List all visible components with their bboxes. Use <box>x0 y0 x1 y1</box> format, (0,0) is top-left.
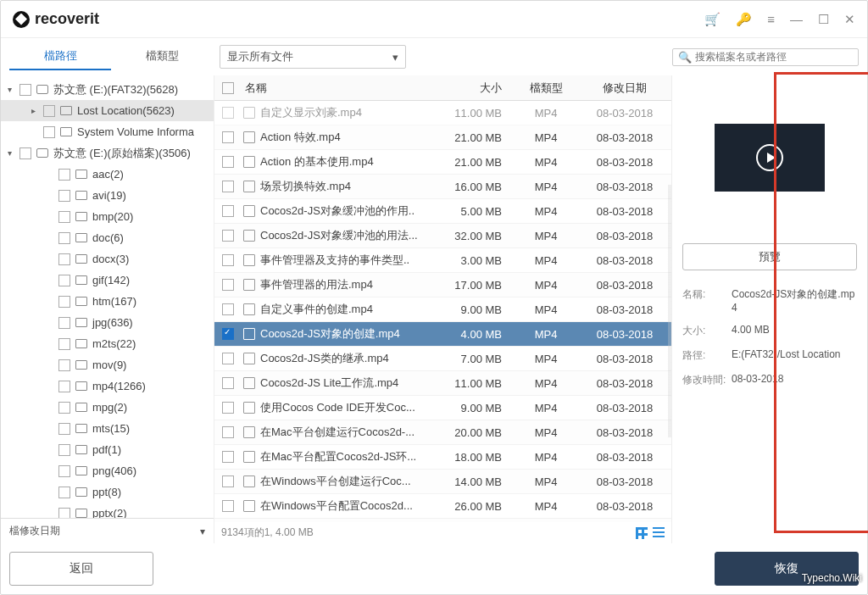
file-icon <box>243 205 255 217</box>
file-row[interactable]: 自定义显示刘豪.mp4 11.00 MB MP4 08-03-2018 <box>214 101 671 125</box>
select-all-checkbox[interactable] <box>222 82 234 94</box>
status-text: 9134項的1, 4.00 MB <box>221 525 314 540</box>
tree-item[interactable]: ▾苏文意 (E:)(FAT32)(5628) <box>1 79 214 100</box>
row-checkbox[interactable] <box>222 353 234 364</box>
file-row[interactable]: Cocos2d-JS Lite工作流.mp4 11.00 MB MP4 08-0… <box>214 371 671 396</box>
row-checkbox[interactable] <box>222 303 234 315</box>
row-checkbox[interactable] <box>222 205 234 217</box>
tree-item[interactable]: ppt(8) <box>1 481 214 503</box>
grid-view-icon[interactable] <box>636 527 648 539</box>
file-row[interactable]: Cocos2d-JS对象的创建.mp4 4.00 MB MP4 08-03-20… <box>214 322 671 347</box>
tree-item[interactable]: png(406) <box>1 460 214 481</box>
row-checkbox[interactable] <box>222 426 234 438</box>
row-checkbox[interactable] <box>222 279 234 291</box>
file-icon <box>243 303 255 315</box>
back-button[interactable]: 返回 <box>9 552 153 586</box>
tree-item[interactable]: avi(19) <box>1 185 214 206</box>
play-icon[interactable] <box>756 144 783 171</box>
tree-item[interactable]: mts(15) <box>1 418 214 439</box>
row-checkbox[interactable] <box>222 254 234 266</box>
col-date[interactable]: 修改日期 <box>578 81 671 96</box>
menu-icon[interactable]: ≡ <box>767 12 775 26</box>
row-checkbox[interactable] <box>222 181 234 192</box>
info-date: 08-03-2018 <box>732 373 857 387</box>
key-icon[interactable]: 🔑 <box>736 12 752 27</box>
tree-item[interactable]: ▸Lost Location(5623) <box>1 100 214 121</box>
file-row[interactable]: 事件管理器及支持的事件类型.. 3.00 MB MP4 08-03-2018 <box>214 248 671 273</box>
search-input[interactable] <box>695 51 853 63</box>
file-icon <box>243 402 255 414</box>
file-row[interactable]: 在Windows平台配置Cocos2d... 26.00 MB MP4 08-0… <box>214 494 671 519</box>
tab-type[interactable]: 檔類型 <box>111 43 213 70</box>
info-name: Cocos2d-JS对象的创建.mp4 <box>732 287 857 314</box>
file-icon <box>243 377 255 389</box>
tree-item[interactable]: pptx(2) <box>1 503 214 518</box>
app-logo: recoverit <box>13 10 99 28</box>
file-row[interactable]: Cocos2d-JS对象缓冲池的用法... 32.00 MB MP4 08-03… <box>214 224 671 248</box>
row-checkbox[interactable] <box>222 328 234 340</box>
tree-item[interactable]: mp4(1266) <box>1 375 214 397</box>
filter-dropdown[interactable]: 显示所有文件 ▾ <box>220 45 406 69</box>
tree-item[interactable]: gif(142) <box>1 270 214 291</box>
file-row[interactable]: 自定义事件的创建.mp4 9.00 MB MP4 08-03-2018 <box>214 298 671 322</box>
col-name[interactable]: 名稱 <box>242 81 437 96</box>
file-icon <box>243 279 255 291</box>
row-checkbox[interactable] <box>222 230 234 242</box>
tree-item[interactable]: System Volume Informa <box>1 121 214 142</box>
row-checkbox[interactable] <box>222 475 234 487</box>
row-checkbox[interactable] <box>222 377 234 389</box>
file-row[interactable]: 场景切换特效.mp4 16.00 MB MP4 08-03-2018 <box>214 175 671 199</box>
file-row[interactable]: 事件管理器的用法.mp4 17.00 MB MP4 08-03-2018 <box>214 273 671 298</box>
tab-path[interactable]: 檔路徑 <box>9 43 111 70</box>
file-row[interactable]: Cocos2d-JS类的继承.mp4 7.00 MB MP4 08-03-201… <box>214 347 671 371</box>
file-icon <box>243 500 255 512</box>
col-type[interactable]: 檔類型 <box>514 81 578 96</box>
file-row[interactable]: Action 特效.mp4 21.00 MB MP4 08-03-2018 <box>214 125 671 150</box>
file-icon <box>243 107 255 119</box>
tree-item[interactable]: m2ts(22) <box>1 333 214 354</box>
file-row[interactable]: 在Windows平台创建运行Coc... 14.00 MB MP4 08-03-… <box>214 470 671 494</box>
folder-tree[interactable]: ▾苏文意 (E:)(FAT32)(5628)▸Lost Location(562… <box>1 75 214 518</box>
recover-button[interactable]: 恢復 <box>715 552 859 586</box>
row-checkbox[interactable] <box>222 156 234 168</box>
titlebar: recoverit 🛒 🔑 ≡ — ☐ ✕ <box>1 1 867 38</box>
tree-item[interactable]: htm(167) <box>1 291 214 312</box>
file-row[interactable]: 在Mac平台创建运行Cocos2d-... 20.00 MB MP4 08-03… <box>214 420 671 445</box>
tree-item[interactable]: docx(3) <box>1 248 214 270</box>
row-checkbox[interactable] <box>222 131 234 143</box>
list-view-icon[interactable] <box>653 527 665 539</box>
file-icon <box>243 254 255 266</box>
close-icon[interactable]: ✕ <box>844 12 855 27</box>
tree-item[interactable]: doc(6) <box>1 227 214 248</box>
file-row[interactable]: 将Cocos2d-JS项目编译成And... 23.00 MB MP4 08-0… <box>214 519 671 522</box>
info-path: E:(FAT32)/Lost Location <box>732 348 857 363</box>
file-list[interactable]: 自定义显示刘豪.mp4 11.00 MB MP4 08-03-2018 Acti… <box>214 101 671 522</box>
file-icon <box>243 131 255 143</box>
tree-item[interactable]: bmp(20) <box>1 206 214 227</box>
preview-button[interactable]: 預覽 <box>682 243 857 270</box>
tree-item[interactable]: pdf(1) <box>1 439 214 460</box>
table-header: 名稱 大小 檔類型 修改日期 <box>214 75 671 101</box>
row-checkbox[interactable] <box>222 402 234 414</box>
row-checkbox[interactable] <box>222 500 234 512</box>
col-size[interactable]: 大小 <box>437 81 514 96</box>
minimize-icon[interactable]: — <box>790 12 803 26</box>
row-checkbox[interactable] <box>222 451 234 463</box>
cart-icon[interactable]: 🛒 <box>704 12 721 27</box>
file-row[interactable]: 使用Cocos Code IDE开发Coc... 9.00 MB MP4 08-… <box>214 396 671 420</box>
tree-item[interactable]: aac(2) <box>1 164 214 185</box>
tree-item[interactable]: mpg(2) <box>1 397 214 418</box>
maximize-icon[interactable]: ☐ <box>818 12 829 27</box>
file-icon <box>243 328 255 340</box>
file-row[interactable]: Cocos2d-JS对象缓冲池的作用.. 5.00 MB MP4 08-03-2… <box>214 199 671 224</box>
row-checkbox[interactable] <box>222 107 234 119</box>
search-box[interactable]: 🔍 <box>672 48 859 66</box>
tree-item[interactable]: mov(9) <box>1 354 214 375</box>
file-row[interactable]: 在Mac平台配置Cocos2d-JS环... 18.00 MB MP4 08-0… <box>214 445 671 470</box>
tree-item[interactable]: ▾苏文意 (E:)(原始檔案)(3506) <box>1 142 214 164</box>
chevron-down-icon[interactable]: ▾ <box>200 525 205 537</box>
info-size: 4.00 MB <box>732 324 857 338</box>
file-row[interactable]: Action 的基本使用.mp4 21.00 MB MP4 08-03-2018 <box>214 150 671 175</box>
tree-item[interactable]: jpg(636) <box>1 312 214 333</box>
file-icon <box>243 426 255 438</box>
